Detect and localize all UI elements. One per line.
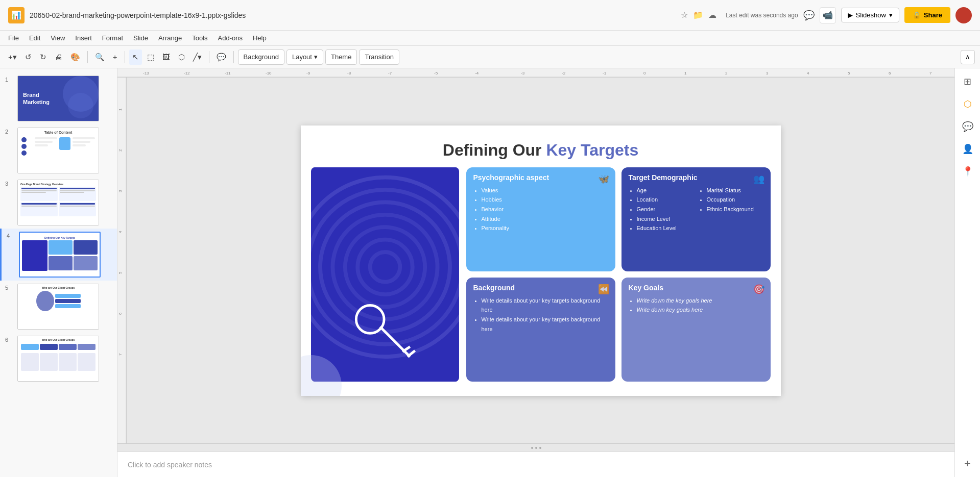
psychographic-item-5: Personality — [482, 223, 608, 233]
last-edit: Last edit was seconds ago — [726, 12, 798, 19]
menu-edit[interactable]: Edit — [29, 34, 40, 42]
share-button[interactable]: 🔒 Share — [904, 7, 950, 23]
slide-thumbnail-2[interactable]: 2 Table of Content — [0, 124, 117, 177]
right-panel-maps-icon[interactable]: 📍 — [959, 162, 977, 181]
card-goals: Key Goals 🎯 Write down the key goals her… — [622, 278, 771, 382]
right-panel-add-button[interactable]: + — [959, 455, 977, 473]
slide-thumbnail-1[interactable]: 1 BrandMarketing — [0, 72, 117, 124]
slide-preview-1: BrandMarketing — [17, 76, 99, 121]
slide-thumbnail-4[interactable]: 4 Defining Our Key Targets — [0, 229, 117, 281]
add-button[interactable]: +▾ — [5, 49, 20, 65]
right-panel-comments-icon[interactable]: 💬 — [959, 117, 977, 136]
slide-number-5: 5 — [5, 284, 13, 291]
menu-tools[interactable]: Tools — [192, 34, 207, 42]
demographic-col2: Marital Status Occupation Ethnic Backgro… — [699, 186, 763, 233]
menu-format[interactable]: Format — [102, 34, 123, 42]
svg-text:1: 1 — [118, 108, 123, 111]
right-panel-slides-icon[interactable]: ⊞ — [959, 72, 977, 91]
slide-preview-4: Defining Our Key Targets — [19, 232, 101, 278]
svg-text:-3: -3 — [521, 71, 525, 76]
h-ruler: -13 -12 -11 -10 -9 -8 -7 -5 -4 -3 -2 -1 … — [117, 68, 954, 78]
slide-content: Psychographic aspect 🦋 Values Hobbies Be… — [301, 160, 781, 389]
menu-help[interactable]: Help — [253, 34, 267, 42]
demographic-marital: Marital Status — [707, 186, 763, 195]
image-button[interactable]: 🖼 — [159, 49, 173, 65]
redo-button[interactable]: ↻ — [37, 49, 50, 65]
menu-slide[interactable]: Slide — [133, 34, 148, 42]
slideshow-button[interactable]: ▶ Slideshow ▾ — [841, 8, 899, 22]
star-icon[interactable]: ☆ — [681, 10, 688, 20]
undo-button[interactable]: ↺ — [22, 49, 35, 65]
svg-text:4: 4 — [807, 71, 809, 76]
separator-3 — [209, 51, 209, 63]
slideshow-dropdown-icon[interactable]: ▾ — [889, 11, 893, 19]
paint-format-button[interactable]: 🎨 — [67, 49, 83, 65]
select-button[interactable]: ⬚ — [144, 49, 157, 65]
demographic-gender: Gender — [637, 205, 694, 214]
zoom-out-button[interactable]: 🔍 — [92, 49, 108, 65]
slide-number-4: 4 — [7, 232, 15, 239]
comment-icon[interactable]: 💬 — [803, 10, 815, 21]
right-panel-explore-icon[interactable]: ⬡ — [959, 95, 977, 113]
background-item-1: Write details about your key targets bac… — [482, 296, 608, 315]
transition-button[interactable]: Transition — [359, 49, 399, 65]
svg-text:-7: -7 — [388, 71, 392, 76]
slide-scroll-area[interactable]: Defining Our Key Targets — [127, 78, 954, 443]
slide-thumbnail-3[interactable]: 3 One Page Brand Strategy Overview — [0, 177, 117, 229]
collapse-toolbar-button[interactable]: ∧ — [961, 50, 975, 64]
layout-button[interactable]: Layout ▾ — [286, 49, 323, 65]
psychographic-item-3: Behavior — [482, 205, 608, 214]
line-button[interactable]: ╱▾ — [190, 49, 205, 65]
theme-button[interactable]: Theme — [325, 49, 357, 65]
svg-text:6: 6 — [118, 312, 123, 315]
slide-maze-image — [311, 167, 459, 382]
svg-text:-9: -9 — [306, 71, 310, 76]
demographic-location: Location — [637, 195, 694, 205]
shapes-button[interactable]: ⬡ — [175, 49, 188, 65]
slide-title-part1: Defining Our — [443, 141, 546, 159]
psychographic-item-1: Values — [482, 186, 608, 195]
notes-handle[interactable] — [117, 443, 954, 451]
cursor-button[interactable]: ↖ — [129, 49, 142, 65]
menu-arrange[interactable]: Arrange — [158, 34, 182, 42]
main-slide[interactable]: Defining Our Key Targets — [301, 125, 781, 396]
slide-preview-6: Who are Our Client Groups — [17, 336, 99, 382]
slide1-title: BrandMarketing — [23, 91, 50, 106]
goals-icon: 🎯 — [753, 284, 764, 295]
layout-dropdown-icon: ▾ — [314, 53, 318, 61]
cloud-icon[interactable]: ☁ — [708, 10, 716, 20]
slide-title: Defining Our Key Targets — [301, 125, 781, 160]
user-avatar[interactable] — [955, 7, 972, 23]
demographic-occupation: Occupation — [707, 195, 763, 205]
card-demographic: Target Demographic 👥 Age Location Gender… — [622, 167, 771, 271]
right-panel-account-icon[interactable]: 👤 — [959, 140, 977, 158]
svg-text:7: 7 — [118, 353, 123, 356]
background-button[interactable]: Background — [238, 49, 284, 65]
meet-icon[interactable]: 📹 — [820, 7, 836, 23]
svg-text:5: 5 — [118, 271, 123, 274]
folder-icon[interactable]: 📁 — [693, 10, 703, 20]
psychographic-title: Psychographic aspect — [473, 173, 608, 182]
background-icon: ⏪ — [598, 284, 609, 295]
menu-addons[interactable]: Add-ons — [218, 34, 243, 42]
notes-area[interactable]: Click to add speaker notes — [117, 451, 954, 477]
menu-insert[interactable]: Insert — [75, 34, 92, 42]
svg-text:7: 7 — [929, 71, 932, 76]
separator-4 — [233, 51, 234, 63]
cards-grid: Psychographic aspect 🦋 Values Hobbies Be… — [466, 167, 771, 382]
menu-file[interactable]: File — [8, 34, 19, 42]
slide-thumbnail-5[interactable]: 5 Who are Our Client Groups — [0, 281, 117, 333]
print-button[interactable]: 🖨 — [52, 49, 65, 65]
psychographic-item-2: Hobbies — [482, 195, 608, 205]
menu-view[interactable]: View — [51, 34, 65, 42]
separator-1 — [87, 51, 88, 63]
svg-text:-5: -5 — [434, 71, 438, 76]
card-psychographic: Psychographic aspect 🦋 Values Hobbies Be… — [466, 167, 615, 271]
svg-text:-13: -13 — [143, 71, 149, 76]
slideshow-icon: ▶ — [848, 11, 853, 19]
slide-preview-2: Table of Content — [17, 128, 99, 173]
comment-add-button[interactable]: 💬 — [213, 49, 229, 65]
zoom-in-button[interactable]: + — [110, 49, 121, 65]
slide-thumbnail-6[interactable]: 6 Who are Our Client Groups — [0, 333, 117, 385]
toolbar: +▾ ↺ ↻ 🖨 🎨 🔍 + ↖ ⬚ 🖼 ⬡ ╱▾ 💬 Background L… — [0, 46, 980, 68]
